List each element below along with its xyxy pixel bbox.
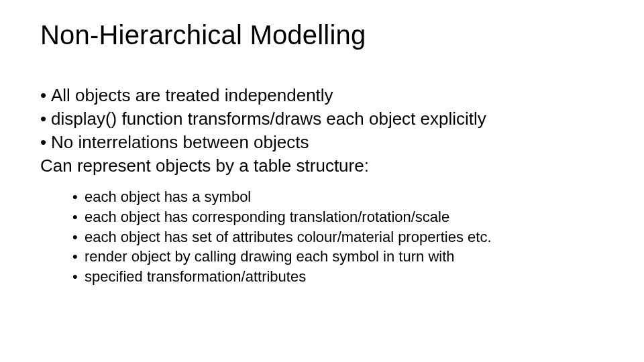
list-item: • each object has a symbol: [72, 187, 604, 207]
list-item-text: each object has set of attributes colour…: [85, 227, 492, 247]
list-item: • specified transformation/attributes: [72, 267, 604, 287]
list-item-text: No interrelations between objects: [51, 131, 309, 154]
list-item: • display() function transforms/draws ea…: [40, 107, 604, 131]
bullet-icon: •: [40, 84, 51, 107]
bullet-icon: •: [72, 227, 85, 247]
list-item-text: Can represent objects by a table structu…: [40, 156, 369, 176]
list-item: Can represent objects by a table structu…: [40, 154, 604, 178]
list-item-text: display() function transforms/draws each…: [51, 107, 486, 131]
slide-title: Non-Hierarchical Modelling: [40, 20, 604, 50]
bullet-icon: •: [40, 131, 51, 154]
sub-bullet-list: • each object has a symbol • each object…: [72, 187, 604, 286]
list-item-text: All objects are treated independently: [51, 84, 333, 107]
list-item-text: each object has corresponding translatio…: [85, 207, 449, 227]
main-bullet-list: • All objects are treated independently …: [40, 84, 604, 287]
bullet-icon: •: [72, 247, 85, 267]
list-item: • All objects are treated independently: [40, 84, 604, 107]
bullet-icon: •: [40, 107, 51, 131]
list-item-text: render object by calling drawing each sy…: [85, 247, 455, 267]
list-item: • No interrelations between objects: [40, 131, 604, 154]
bullet-icon: •: [72, 187, 85, 207]
list-item: • each object has corresponding translat…: [72, 207, 604, 227]
bullet-icon: •: [72, 267, 85, 287]
list-item: • each object has set of attributes colo…: [72, 227, 604, 247]
bullet-icon: •: [72, 207, 85, 227]
list-item: • render object by calling drawing each …: [72, 247, 604, 267]
list-item-text: specified transformation/attributes: [85, 267, 306, 287]
list-item-text: each object has a symbol: [85, 187, 251, 207]
